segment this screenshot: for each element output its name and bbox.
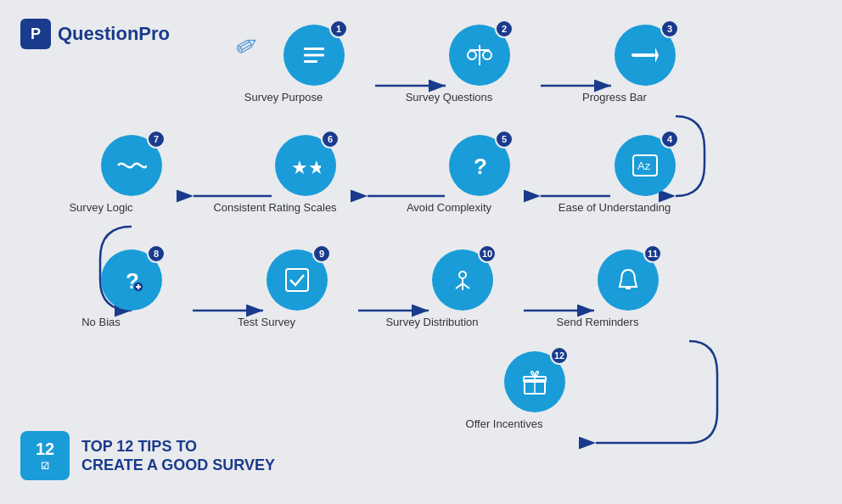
logo-text: QuestionPro <box>58 23 170 45</box>
step-1-circle: 1 <box>283 25 345 86</box>
step-8-badge: 8 <box>147 244 166 263</box>
svg-line-31 <box>463 283 469 288</box>
step-2-circle: 2 <box>449 25 510 86</box>
step-7-label: Survey Logic <box>69 201 132 214</box>
step-6-label: Consistent Rating Scales <box>213 201 336 214</box>
step-6-badge: 6 <box>321 130 340 148</box>
step-11-badge: 11 <box>643 244 662 263</box>
logo-icon: P <box>20 19 51 49</box>
tip-check-icon: ☑ <box>41 461 49 472</box>
svg-rect-10 <box>304 48 324 50</box>
step-4-badge: 4 <box>660 130 679 148</box>
step-1-badge: 1 <box>329 20 348 38</box>
step-5-circle: ?5 <box>449 135 510 196</box>
svg-point-15 <box>468 51 476 59</box>
tip-num-box: 12 ☑ <box>20 431 70 480</box>
svg-point-16 <box>483 51 491 59</box>
tip-line1: TOP 12 TIPS TO <box>81 437 275 456</box>
tip-box: 12 ☑ TOP 12 TIPS TO CREATE A GOOD SURVEY <box>20 431 275 480</box>
svg-rect-27 <box>286 269 308 291</box>
step-2-badge: 2 <box>495 20 514 38</box>
step-10-circle: 10 <box>432 249 493 311</box>
svg-text:?: ? <box>474 154 487 179</box>
tip-number: 12 <box>36 440 54 459</box>
svg-text:Az: Az <box>637 160 651 172</box>
svg-rect-11 <box>304 54 324 57</box>
logo: P QuestionPro <box>20 19 170 49</box>
svg-marker-18 <box>655 48 659 63</box>
step-9-circle: 9 <box>267 249 328 311</box>
tip-line2: CREATE A GOOD SURVEY <box>81 456 275 475</box>
step-7-badge: 7 <box>147 130 166 148</box>
step-6-circle: ★★★6 <box>275 135 336 196</box>
step-8-circle: ?8 <box>101 249 162 311</box>
step-10-label: Survey Distribution <box>385 316 478 328</box>
step-12-badge: 12 <box>550 346 569 365</box>
step-3-circle: 3 <box>615 25 676 86</box>
svg-point-28 <box>459 272 466 278</box>
step-11-circle: 11 <box>598 249 659 311</box>
svg-rect-12 <box>304 60 317 63</box>
step-2-label: Survey Questions <box>406 91 493 104</box>
step-12-circle: 12 <box>504 351 565 412</box>
step-7-circle: 7 <box>101 135 162 196</box>
step-4-label: Ease of Understanding <box>559 201 671 214</box>
step-12-label: Offer Incentives <box>466 417 543 430</box>
step-5-label: Avoid Complexity <box>407 201 491 214</box>
step-1-label: Survey Purpose <box>244 91 323 104</box>
pencil-icon: ✏ <box>229 26 265 65</box>
step-4-circle: Az4 <box>615 135 676 196</box>
step-5-badge: 5 <box>495 130 514 148</box>
step-8-label: No Bias <box>81 316 121 328</box>
step-9-badge: 9 <box>312 244 331 263</box>
step-10-badge: 10 <box>478 244 497 263</box>
step-9-label: Test Survey <box>238 316 295 328</box>
svg-text:★★★: ★★★ <box>291 157 321 178</box>
step-11-label: Send Reminders <box>557 316 639 328</box>
svg-line-30 <box>456 283 463 288</box>
step-3-label: Progress Bar <box>582 91 647 104</box>
tip-text: TOP 12 TIPS TO CREATE A GOOD SURVEY <box>81 437 275 475</box>
svg-rect-17 <box>632 53 655 57</box>
step-3-badge: 3 <box>660 20 679 38</box>
